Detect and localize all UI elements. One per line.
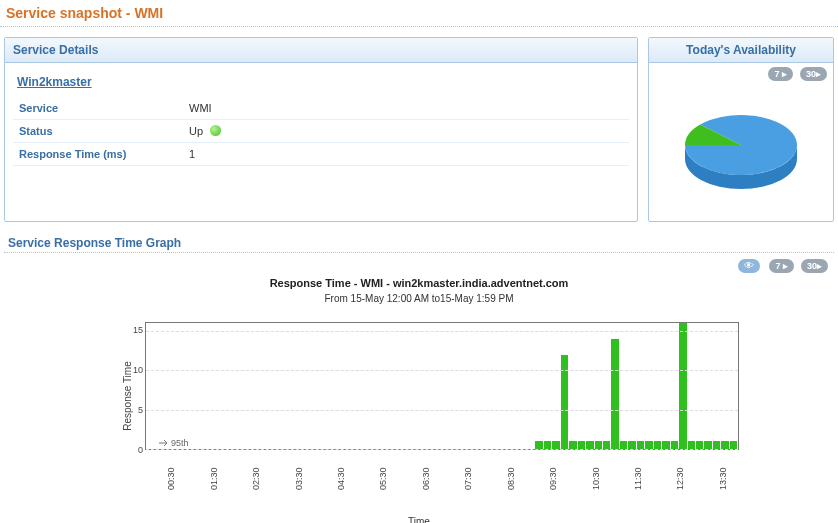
label-response-time: Response Time (ms): [13, 143, 183, 166]
bar: [586, 441, 593, 449]
row-service: Service WMI: [13, 97, 629, 120]
x-tick: 07:30: [463, 468, 473, 491]
y-tick: 0: [129, 445, 143, 455]
bar: [578, 441, 585, 449]
chart-area: Response Time 00:3001:3002:3003:3004:300…: [99, 316, 739, 476]
x-tick: 09:30: [548, 468, 558, 491]
x-tick: 03:30: [294, 468, 304, 491]
bar: [730, 441, 737, 449]
chart-subtitle: From 15-May 12:00 AM to15-May 1:59 PM: [0, 293, 838, 304]
pill-30-days[interactable]: 30▸: [801, 259, 828, 273]
service-details-header: Service Details: [5, 38, 637, 63]
plot-area: [145, 322, 739, 450]
bar: [544, 441, 551, 449]
graph-section-title: Service Response Time Graph: [0, 222, 838, 252]
bar: [620, 441, 627, 449]
service-details-body: Win2kmaster Service WMI Status Up Respon…: [5, 63, 637, 176]
bar: [721, 441, 728, 449]
divider: [0, 26, 838, 27]
x-tick-labels: 00:3001:3002:3003:3004:3005:3006:3007:30…: [145, 454, 739, 494]
availability-header: Today's Availability: [649, 38, 833, 63]
bar: [603, 441, 610, 449]
availability-panel: Today's Availability 7 ▸ 30▸: [648, 37, 834, 222]
divider: [4, 252, 834, 253]
pill-30-days[interactable]: 30▸: [800, 67, 827, 81]
bar: [713, 441, 720, 449]
availability-pie: [649, 81, 833, 221]
bar: [654, 441, 661, 449]
status-text: Up: [189, 125, 203, 137]
bar: [595, 441, 602, 449]
bar: [611, 339, 618, 449]
x-tick: 05:30: [378, 468, 388, 491]
bar: [679, 323, 686, 449]
percentile-annotation: 95th: [159, 438, 189, 448]
label-service: Service: [13, 97, 183, 120]
bar: [637, 441, 644, 449]
bar: [535, 441, 542, 449]
status-up-icon: [210, 125, 221, 136]
y-tick: 10: [129, 365, 143, 375]
bar: [561, 355, 568, 450]
bar: [662, 441, 669, 449]
y-tick: 5: [129, 405, 143, 415]
row-response-time: Response Time (ms) 1: [13, 143, 629, 166]
graph-pills: 👁 7 ▸ 30▸: [0, 259, 838, 277]
page-title: Service snapshot - WMI: [0, 0, 838, 24]
bar: [688, 441, 695, 449]
x-tick: 12:30: [675, 468, 685, 491]
x-tick: 04:30: [336, 468, 346, 491]
row-status: Status Up: [13, 120, 629, 143]
y-tick: 15: [129, 325, 143, 335]
x-tick: 11:30: [633, 468, 643, 491]
value-response-time: 1: [183, 143, 629, 166]
bar: [704, 441, 711, 449]
pill-7-days[interactable]: 7 ▸: [769, 259, 794, 273]
value-service: WMI: [183, 97, 629, 120]
pie-chart-icon: [671, 99, 811, 199]
label-status: Status: [13, 120, 183, 143]
host-link[interactable]: Win2kmaster: [17, 75, 92, 89]
x-tick: 02:30: [251, 468, 261, 491]
details-table: Service WMI Status Up Response Time (ms)…: [13, 97, 629, 166]
value-status: Up: [183, 120, 629, 143]
x-tick: 00:30: [166, 468, 176, 491]
bar: [696, 441, 703, 449]
bar: [552, 441, 559, 449]
x-tick: 13:30: [718, 468, 728, 491]
chart-titles: Response Time - WMI - win2kmaster.india.…: [0, 277, 838, 304]
bar: [671, 441, 678, 449]
view-icon[interactable]: 👁: [738, 259, 760, 273]
x-tick: 06:30: [421, 468, 431, 491]
bar: [628, 441, 635, 449]
pill-7-days[interactable]: 7 ▸: [768, 67, 793, 81]
bar: [645, 441, 652, 449]
bars-container: [146, 323, 738, 449]
service-details-panel: Service Details Win2kmaster Service WMI …: [4, 37, 638, 222]
top-row: Service Details Win2kmaster Service WMI …: [0, 37, 838, 222]
bar: [569, 441, 576, 449]
x-tick: 10:30: [591, 468, 601, 491]
x-tick: 08:30: [506, 468, 516, 491]
x-axis-label: Time: [0, 516, 838, 523]
x-tick: 01:30: [209, 468, 219, 491]
availability-pills: 7 ▸ 30▸: [649, 63, 833, 81]
chart-title: Response Time - WMI - win2kmaster.india.…: [0, 277, 838, 289]
